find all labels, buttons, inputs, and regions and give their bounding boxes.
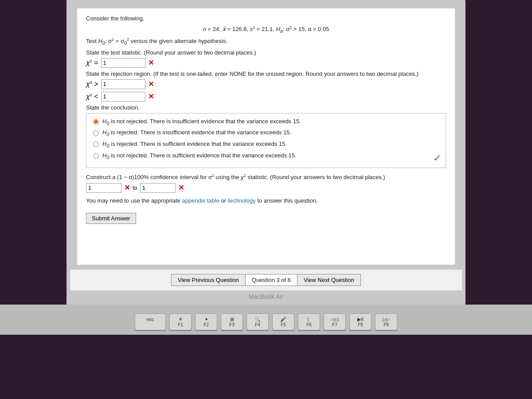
state-conclusion-label: State the conclusion.	[86, 104, 446, 111]
radio-input-3[interactable]	[93, 141, 99, 147]
conclusion-options: H0 is not rejected. There is insufficien…	[86, 113, 446, 168]
f3-key[interactable]: ⊞ F3	[221, 313, 243, 330]
macbook-label: MacBook Air	[70, 290, 462, 305]
rejection-gt-input[interactable]	[101, 79, 145, 89]
chi-sq-lt-label: χ2 <	[86, 93, 98, 101]
f6-label: F6	[303, 322, 315, 327]
ci-from-input[interactable]	[86, 183, 121, 193]
test-statistic-clear-button[interactable]: ✕	[148, 59, 154, 67]
function-key-row: esc ☀ F1 ✦ F2 ⊞ F3 🔍 F4 🎤 F5 ☾ F6 ◁◁ F7	[135, 313, 397, 330]
rejection-gt-row: χ2 > ✕	[86, 79, 446, 89]
radio-label-2: H0 is rejected. There is insufficient ev…	[102, 129, 291, 137]
radio-input-4[interactable]	[93, 153, 99, 159]
f4-icon: 🔍	[251, 317, 264, 322]
f6-key[interactable]: ☾ F6	[298, 313, 320, 330]
radio-input-1[interactable]	[93, 119, 99, 125]
f3-icon: ⊞	[226, 317, 238, 322]
ci-to-clear-button[interactable]: ✕	[178, 184, 184, 192]
f6-icon: ☾	[303, 317, 315, 322]
f7-icon: ◁◁	[329, 317, 341, 322]
f2-key[interactable]: ✦ F2	[195, 313, 217, 330]
f8-key[interactable]: ▶II F8	[349, 313, 372, 330]
f7-key[interactable]: ◁◁ F7	[324, 313, 346, 330]
f5-label: F5	[277, 322, 289, 327]
test-statistic-input[interactable]	[101, 58, 145, 68]
f7-label: F7	[329, 322, 341, 327]
f4-key[interactable]: 🔍 F4	[246, 313, 269, 330]
next-question-button[interactable]: View Next Question	[297, 274, 361, 286]
radio-label-4: H0 is not rejected. There is sufficient …	[102, 152, 297, 160]
f2-icon: ✦	[200, 317, 212, 322]
chi-sq-gt-label: χ2 >	[86, 80, 98, 88]
test-statistic-row: χ2 = ✕	[86, 58, 446, 68]
rejection-gt-clear-button[interactable]: ✕	[148, 80, 154, 88]
ci-to-label: to	[133, 184, 137, 191]
radio-option-1[interactable]: H0 is not rejected. There is insufficien…	[93, 118, 439, 126]
prev-question-button[interactable]: View Previous Question	[171, 274, 246, 286]
f1-label: F1	[174, 322, 187, 327]
ci-to-input[interactable]	[140, 183, 176, 193]
f2-label: F2	[200, 322, 212, 327]
confidence-interval-row: ✕ to ✕	[86, 183, 446, 193]
f9-icon: ▷▷	[380, 317, 392, 322]
appendix-table-link[interactable]: appendix table	[182, 197, 219, 204]
radio-option-2[interactable]: H0 is rejected. There is insufficient ev…	[93, 129, 439, 137]
radio-option-3[interactable]: H0 is rejected. There is sufficient evid…	[93, 141, 439, 149]
construct-ci-label: Construct a (1 − α)100% confidence inter…	[86, 173, 446, 180]
radio-label-3: H0 is rejected. There is sufficient evid…	[102, 141, 287, 149]
keyboard-area: esc ☀ F1 ✦ F2 ⊞ F3 🔍 F4 🎤 F5 ☾ F6 ◁◁ F7	[0, 305, 532, 335]
f3-label: F3	[226, 322, 238, 327]
radio-option-4[interactable]: H0 is not rejected. There is sufficient …	[93, 152, 439, 160]
f8-label: F8	[354, 322, 367, 327]
state-test-statistic-label: State the test statistic. (Round your an…	[86, 49, 446, 56]
f1-key[interactable]: ☀ F1	[169, 313, 192, 330]
state-rejection-label: State the rejection region. (If the test…	[86, 70, 446, 77]
content-area: Consider the following. n = 24, x̄ = 126…	[77, 8, 455, 265]
f9-label: F9	[380, 322, 392, 327]
consider-text: Consider the following.	[86, 15, 446, 22]
esc-label: esc	[146, 317, 154, 322]
formula-line: n = 24, x̄ = 126.8, s2 = 21.1, Ha: σ2 > …	[86, 25, 446, 34]
appendix-note: You may need to use the appropriate appe…	[86, 197, 446, 204]
f8-icon: ▶II	[354, 317, 367, 322]
rejection-lt-clear-button[interactable]: ✕	[148, 92, 154, 101]
rejection-lt-row: χ2 < ✕	[86, 92, 446, 102]
rejection-lt-input[interactable]	[101, 92, 145, 102]
navigation-bar: View Previous Question Question 3 of 6 V…	[70, 270, 462, 290]
esc-key[interactable]: esc	[135, 313, 166, 330]
test-hypothesis-text: Test H0: σ2 = σ02 versus the given alter…	[86, 37, 446, 46]
f4-label: F4	[251, 322, 264, 327]
radio-input-2[interactable]	[93, 130, 99, 136]
f5-key[interactable]: 🎤 F5	[272, 313, 294, 330]
laptop-screen: Consider the following. n = 24, x̄ = 126…	[66, 0, 466, 305]
f5-icon: 🎤	[277, 317, 289, 322]
submit-answer-button[interactable]: Submit Answer	[86, 213, 136, 224]
question-info: Question 3 of 6	[246, 274, 297, 286]
f1-icon: ☀	[174, 317, 187, 322]
chi-sq-label: χ2 =	[86, 59, 98, 67]
technology-link[interactable]: technology	[228, 197, 256, 204]
radio-label-1: H0 is not rejected. There is insufficien…	[102, 118, 301, 126]
check-mark-icon: ✓	[433, 153, 441, 164]
ci-from-clear-button[interactable]: ✕	[124, 184, 130, 192]
f9-key[interactable]: ▷▷ F9	[375, 313, 397, 330]
